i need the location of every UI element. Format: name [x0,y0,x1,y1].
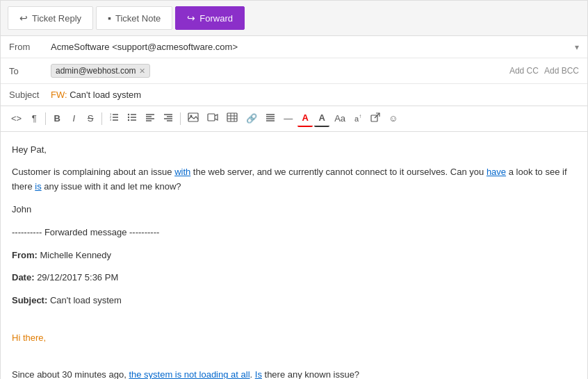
subject-label: Subject [9,90,51,100]
form-section: From AcmeSoftware <support@acmesoftware.… [1,36,587,106]
italic-button[interactable]: I [66,111,81,126]
signature: John [12,203,576,217]
email-content[interactable]: Hey Pat, Customer is complaining about a… [1,132,587,379]
video-button[interactable] [204,110,222,127]
hr-button[interactable]: — [280,111,296,126]
to-chip: admin@webhost.com ✕ [51,64,150,78]
source-button[interactable]: <> [8,111,25,126]
fwd-subject: Subject: Can't load system [12,294,576,308]
paragraph-button[interactable]: ¶ [26,111,42,126]
fwd-subject-value: Can't load system [47,295,122,305]
svg-point-10 [128,117,129,118]
toolbar-sep-1 [45,112,46,125]
fwd-subject-label: Subject: [12,295,47,305]
font-color-button[interactable]: A [297,110,313,127]
subject-value: FW: Can't load system [51,90,579,100]
font-size-button[interactable]: Aa [331,111,349,126]
fwd-date-label: Date: [12,272,35,283]
tab-ticket-note[interactable]: ▪ Ticket Note [96,6,172,30]
from-label: From [9,42,51,52]
to-chip-value: admin@webhost.com [56,66,136,76]
fwd-body: Since about 30 minutes ago, the system i… [12,368,576,379]
ol-button[interactable]: 123 [106,110,122,127]
ul-button[interactable] [124,110,140,127]
tab-forward-label: Forward [199,13,233,24]
justify-button[interactable] [262,110,279,127]
link-is2[interactable]: Is [255,369,262,379]
from-row: From AcmeSoftware <support@acmesoftware.… [1,36,587,58]
tab-ticket-note-label: Ticket Note [115,13,161,24]
tab-bar: ↩ Ticket Reply ▪ Ticket Note ↪ Forward [1,1,587,36]
subject-row: Subject FW: Can't load system [1,84,587,106]
bold-button[interactable]: B [49,111,65,126]
fwd-from: From: Michelle Kennedy [12,249,576,263]
bg-color-button[interactable]: A [314,110,329,127]
to-row: To admin@webhost.com ✕ Add CC Add BCC [1,58,587,84]
add-cc-button[interactable]: Add CC [509,66,539,76]
link-is[interactable]: is [35,181,41,192]
forward-icon: ↪ [187,12,195,24]
fwd-greeting-text: Hi there, [12,332,46,343]
svg-point-11 [128,119,129,121]
add-cc-bcc-group: Add CC Add BCC [509,66,579,76]
body-text: Customer is complaining about an issue w… [12,165,576,194]
toolbar-sep-3 [180,112,181,125]
link-system[interactable]: the system is not loading at all [129,369,250,379]
to-chip-remove[interactable]: ✕ [139,67,145,75]
svg-text:3: 3 [110,118,112,121]
add-bcc-button[interactable]: Add BCC [544,66,579,76]
strikethrough-button[interactable]: S [83,111,98,126]
greeting: Hey Pat, [12,143,576,158]
fwd-date: Date: 29/12/2017 5:36 PM [12,271,576,285]
superscript-button[interactable]: a↑ [350,111,366,126]
subject-text: Can't load system [70,90,141,100]
main-container: ↩ Ticket Reply ▪ Ticket Note ↪ Forward F… [0,0,588,379]
fwd-date-value: 29/12/2017 5:36 PM [35,272,119,283]
svg-rect-22 [208,114,215,121]
subject-fw: FW: [51,90,67,100]
tab-ticket-reply[interactable]: ↩ Ticket Reply [8,6,93,30]
fwd-greeting: Hi there, [12,331,576,346]
image-button[interactable] [184,110,202,127]
forwarded-section: ---------- Forwarded message ---------- … [12,226,576,379]
to-chips: admin@webhost.com ✕ [51,64,509,78]
note-icon: ▪ [108,12,111,24]
align-left-button[interactable] [142,110,158,127]
fwd-from-value: Michelle Kennedy [38,250,111,260]
toolbar-sep-2 [101,112,102,125]
from-dropdown-icon[interactable]: ▾ [575,42,579,52]
fwd-divider: ---------- Forwarded message ---------- [12,226,576,240]
fwd-from-label: From: [12,250,38,260]
from-value: AcmeSoftware <support@acmesoftware.com> [51,42,575,52]
svg-point-9 [128,114,129,115]
reply-icon: ↩ [19,12,28,24]
tab-forward[interactable]: ↪ Forward [175,6,245,30]
link-have[interactable]: have [487,167,506,177]
emoticon-button[interactable]: ☺ [385,111,401,126]
link-button[interactable]: 🔗 [243,111,261,126]
table-button[interactable] [223,110,241,127]
link-with[interactable]: with [174,167,190,177]
external-link-button[interactable] [367,110,384,127]
align-right-button[interactable] [160,110,177,127]
editor-toolbar: <> ¶ B I S 123 🔗 — A [1,106,587,132]
tab-ticket-reply-label: Ticket Reply [32,13,81,24]
to-label: To [9,66,51,76]
svg-rect-23 [227,113,237,121]
